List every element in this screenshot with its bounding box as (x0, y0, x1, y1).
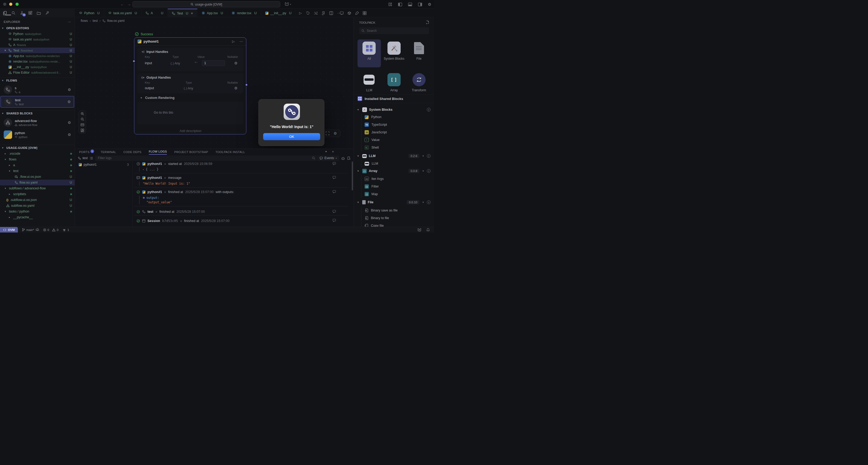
toggle-left-sidebar-icon[interactable] (398, 3, 402, 6)
tab-flow-logs[interactable]: FLOW LOGS (149, 150, 167, 155)
toggle-panel-icon[interactable] (408, 3, 412, 6)
flows-header[interactable]: ▾FLOWS (0, 77, 75, 83)
tree-item-test[interactable]: ▾test (0, 168, 75, 174)
version-badge[interactable]: 0.2.6 (408, 154, 420, 158)
tab-code-deps[interactable]: CODE DEPS (124, 150, 142, 155)
tree-item-flow-ui-json[interactable]: .flow.ui.oo.jsonU (0, 174, 75, 180)
output-connector-dot[interactable] (245, 83, 248, 86)
tab-terminal[interactable]: TERMINAL (101, 150, 116, 155)
group-llm[interactable]: ▾ LLM 0.2.6▾ i (354, 152, 434, 159)
log-entry-finished-node[interactable]: python#1»finished at2025/5/28 15:07:00wi… (136, 190, 234, 194)
close-panel-icon[interactable]: × (332, 150, 334, 154)
tab-init-py[interactable]: __init__.pyU (261, 9, 296, 17)
handle-type[interactable]: Any (184, 87, 193, 90)
block-shell[interactable]: >_Shell (361, 144, 432, 151)
comment-icon[interactable] (333, 190, 336, 193)
log-session-item[interactable]: python#1 3 (75, 162, 132, 168)
flow-item-s[interactable]: s a (1, 84, 74, 95)
tree-item-subflows-advanced-flow[interactable]: ▾subflows / advanced-flow (0, 185, 75, 191)
category-array[interactable]: [ ] Array (382, 71, 406, 94)
log-entry-message[interactable]: python#1»message (136, 176, 181, 180)
run-node-icon[interactable]: ▷ (232, 39, 235, 43)
block-value[interactable]: ≡Value (361, 136, 432, 144)
flow-item-test-selected[interactable]: test test (1, 96, 74, 108)
open-editor-item-selected[interactable]: × Testflows/testU (0, 48, 75, 53)
tree-item-vscode[interactable]: ▸.vscode (0, 151, 75, 156)
tab-test[interactable]: Test U× (168, 9, 197, 17)
block-map[interactable]: [ ]Map (361, 191, 432, 198)
input-connector-dot[interactable] (132, 60, 135, 63)
ports-indicator[interactable]: 1 (63, 228, 69, 231)
group-file[interactable]: ▾ File 0.0.10▾ i (354, 199, 434, 206)
open-editor-item[interactable]: __init__.pytasks/pythonU (0, 64, 75, 70)
close-icon[interactable]: × (4, 49, 7, 52)
log-view-options-icon[interactable] (90, 157, 93, 159)
tree-item-flow-oo-yaml-selected[interactable]: flow.oo.yamlU (0, 180, 75, 185)
window-controls[interactable] (3, 3, 21, 6)
open-editor-item[interactable]: App.tsxtasks/python/oo-render/srcU (0, 53, 75, 59)
info-icon[interactable]: i (427, 154, 431, 158)
tree-item-subflow-ui-json[interactable]: {}.subflow.ui.oo.jsonU (0, 197, 75, 203)
explorer-icon[interactable] (3, 11, 7, 15)
fit-view-icon[interactable] (81, 123, 84, 127)
toolpack-search[interactable]: Search (359, 27, 429, 34)
category-transform[interactable]: Transform (407, 71, 431, 94)
export-icon[interactable] (322, 11, 325, 15)
tab-ports[interactable]: PORTS1 (79, 150, 90, 155)
tree-item-flows[interactable]: ▾flows (0, 156, 75, 162)
log-entry-started[interactable]: python#1»started at2025/5/28 15:06:59 (136, 162, 212, 166)
block-copy-file[interactable]: Copy file (361, 222, 432, 227)
settings-gear-icon[interactable] (428, 2, 431, 6)
close-window-icon[interactable] (3, 3, 6, 6)
pipeline-icon[interactable] (314, 11, 317, 15)
ovm-assistant-icon[interactable] (417, 228, 422, 232)
close-tab-icon[interactable]: × (191, 11, 193, 15)
log-entries-list[interactable]: python#1»started at2025/5/28 15:06:59 ▸{… (133, 162, 353, 227)
open-editors-header[interactable]: ▾OPEN EDITORS (0, 25, 75, 31)
category-file[interactable]: File (407, 39, 431, 67)
block-filter[interactable]: [ ]Filter (361, 183, 432, 190)
tab-project-bootstrap[interactable]: PROJECT BOOTSTRAP (174, 150, 208, 155)
grid-icon[interactable] (363, 11, 367, 15)
block-typescript[interactable]: TSTypeScript (361, 121, 432, 128)
flow-settings-gear-icon[interactable] (67, 100, 71, 104)
zoom-out-icon[interactable] (81, 117, 84, 121)
events-filter-dropdown[interactable]: Events ▾ (317, 155, 339, 161)
version-badge[interactable]: 0.0.8 (408, 169, 420, 173)
open-editor-item[interactable]: render.tsxtasks/python/oo-rende...U (0, 59, 75, 64)
value-mode-icon[interactable] (195, 61, 197, 65)
group-system-blocks[interactable]: ▾ System Blocks i (354, 106, 434, 113)
shared-block-python[interactable]: python python (1, 129, 74, 141)
category-all[interactable]: All (358, 39, 381, 67)
log-entry-session-finished[interactable]: Sessionb7d53c05»finished at2025/5/28 15:… (136, 219, 229, 223)
tab-toolpack-install[interactable]: TOOLPACK INSTALL (216, 150, 245, 155)
toggle-right-sidebar-icon[interactable] (418, 3, 422, 6)
node-more-icon[interactable]: ⋯ (240, 39, 243, 43)
folder-icon[interactable] (37, 11, 41, 15)
new-toolpack-icon[interactable] (426, 21, 429, 25)
input-value-field[interactable] (202, 60, 225, 66)
tab-app-tsx[interactable]: App.tsxU (197, 9, 228, 17)
breadcrumb[interactable]: flows› test› flow.oo.yaml (75, 17, 353, 24)
filter-logs-input[interactable] (95, 155, 317, 161)
group-array[interactable]: ▾ [ ] Array 0.0.8▾ i (354, 168, 434, 174)
minimize-window-icon[interactable] (9, 3, 12, 6)
problems-indicator[interactable]: 0 0 (43, 228, 59, 231)
tree-item-tasks-python[interactable]: ▾tasks / python (0, 209, 75, 214)
node-header[interactable]: python#1 ▷ ⋯ (134, 38, 246, 46)
key-icon[interactable] (45, 11, 49, 15)
tab-render-tsx[interactable]: render.tsxU (227, 9, 261, 17)
extensions-icon[interactable] (28, 11, 32, 15)
node-description-placeholder[interactable]: Add description (134, 129, 247, 133)
comment-icon[interactable] (333, 219, 336, 222)
tab-a[interactable]: AU (142, 9, 168, 17)
comment-icon[interactable] (333, 210, 336, 213)
scrollbar[interactable] (352, 162, 353, 191)
command-center-search[interactable]: usage-guide [OVM] (132, 1, 280, 7)
rerun-icon[interactable] (306, 11, 310, 15)
back-icon[interactable]: ← (120, 2, 124, 6)
custom-rendering-header[interactable]: ▾Custom Rendering (141, 96, 175, 100)
block-binary-to-file[interactable]: Binary to file (361, 214, 432, 222)
remote-indicator[interactable]: OVM (0, 227, 18, 233)
handle-type[interactable]: Any (170, 62, 180, 65)
